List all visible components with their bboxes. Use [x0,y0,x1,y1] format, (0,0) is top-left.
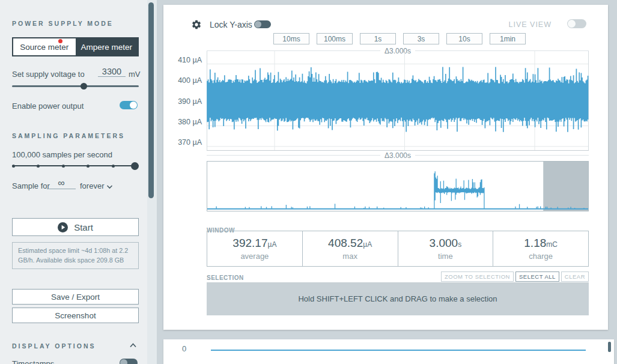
live-view-label: LIVE VIEW [446,20,552,29]
timestamps-label: Timestamps [12,359,54,364]
stat-charge: 1.18mC charge [493,231,588,266]
ampere-meter-label: Ampere meter [81,43,132,52]
voltage-slider[interactable] [12,85,139,87]
stat-value: 1.18 [524,237,546,249]
lock-y-axis-label: Lock Y-axis [210,20,252,29]
toggle-knob [255,21,261,28]
stat-label: average [240,252,269,261]
window-stats-box: 392.17µA average 408.52µA max 3.000s tim… [207,231,589,267]
sampling-parameters-header: SAMPLING PARAMETERS [12,132,125,139]
stat-label: max [342,252,357,261]
display-options-header[interactable]: DISPLAY OPTIONS [12,342,96,350]
selection-buttons: ZOOM TO SELECTION SELECT ALL CLEAR [441,271,589,282]
stat-unit: mC [546,240,558,249]
save-export-label: Save / Export [51,293,100,302]
disk-space-estimate: Estimated space limit ~4d 1:08h at 2.2 G… [12,242,139,269]
sample-unit-value: forever [80,181,104,190]
range-10s-button[interactable]: 10s [446,33,482,44]
play-icon [58,222,68,232]
stat-value: 392.17 [233,237,267,249]
divider [207,155,380,156]
voltage-label: Set supply voltage to [12,70,85,79]
digital-channel-strip: 0 [163,339,614,364]
start-button[interactable]: Start [12,218,139,236]
source-meter-segment[interactable]: Source meter [13,38,76,55]
zoom-to-selection-button[interactable]: ZOOM TO SELECTION [441,271,514,282]
stat-label: time [438,252,453,261]
select-all-button[interactable]: SELECT ALL [515,271,559,282]
gear-icon[interactable] [191,19,202,30]
range-100ms-button[interactable]: 100ms [317,33,353,44]
power-profiler-app: POWER SUPPLY MODE Source meter Ampere me… [0,0,617,364]
delta-time-text: Δ3.000s [384,151,411,160]
slider-step-dot [62,165,65,168]
sidebar: POWER SUPPLY MODE Source meter Ampere me… [0,0,147,364]
save-export-button[interactable]: Save / Export [12,289,139,305]
digital-channel-value: 0 [182,344,186,353]
y-tick-390: 390 µA [163,97,202,106]
enable-power-label: Enable power output [12,102,84,111]
stat-label: charge [529,252,553,261]
stat-time: 3.000s time [398,231,494,266]
start-button-label: Start [74,222,93,232]
live-view-toggle[interactable] [567,19,586,28]
meter-mode-segmented-control: Source meter Ampere meter [12,37,139,56]
range-1min-button[interactable]: 1min [490,33,526,44]
enable-power-toggle[interactable] [120,101,138,109]
y-tick-380: 380 µA [163,118,202,126]
selection-hint-box: Hold SHIFT+LEFT CLICK and DRAG to make a… [207,282,589,315]
timestamps-toggle[interactable] [120,359,138,364]
sample-for-label: Sample for [12,181,50,190]
voltage-unit: mV [129,70,141,79]
sidebar-scrollbar[interactable] [147,0,157,364]
chevron-up-icon[interactable] [129,342,137,348]
minimap-overview-chart[interactable] [207,161,589,211]
toggle-knob [130,102,137,109]
stat-average: 392.17µA average [207,231,303,266]
source-meter-label: Source meter [20,43,68,52]
y-tick-410: 410 µA [163,56,202,64]
stat-unit: µA [363,240,372,249]
sample-rate-label: 100,000 samples per second [12,150,112,159]
time-range-buttons: 10ms 100ms 1s 3s 10s 1min [273,33,526,44]
toggle-knob [120,359,127,364]
lock-y-axis-toggle[interactable] [254,20,271,28]
voltage-slider-thumb[interactable] [81,83,87,89]
window-delta-label-bottom: Δ3.000s [207,151,589,159]
ampere-meter-segment[interactable]: Ampere meter [76,38,138,55]
sample-unit-dropdown[interactable]: forever [80,181,113,190]
recording-dot-icon [58,39,62,43]
main-current-chart[interactable] [207,51,589,151]
stat-unit: µA [267,240,276,249]
screenshot-button[interactable]: Screenshot [12,308,139,323]
range-1s-button[interactable]: 1s [360,33,396,44]
sidebar-scrollbar-thumb[interactable] [148,2,154,198]
sample-duration-input[interactable] [47,178,76,189]
chevron-down-icon [106,184,113,189]
digital-channel-trace [211,350,586,351]
y-tick-370: 370 µA [163,138,202,147]
slider-step-dot [12,165,15,168]
stat-max: 408.52µA max [303,231,398,266]
selection-section-header: SELECTION [207,275,244,281]
toggle-knob [568,20,576,28]
stat-unit: s [458,240,461,249]
sample-rate-slider-thumb[interactable] [131,162,139,170]
range-10ms-button[interactable]: 10ms [273,33,309,44]
divider [415,155,589,156]
slider-step-dot [87,165,90,168]
slider-step-dot [112,165,115,168]
selection-hint-text: Hold SHIFT+LEFT CLICK and DRAG to make a… [298,294,497,303]
power-supply-mode-header: POWER SUPPLY MODE [12,20,114,27]
stat-value: 3.000 [430,237,458,249]
y-tick-400: 400 µA [163,76,202,85]
range-3s-button[interactable]: 3s [403,33,439,44]
chart-card: Lock Y-axis LIVE VIEW 10ms 100ms 1s 3s 1… [163,5,608,330]
stat-value: 408.52 [328,237,363,249]
voltage-input[interactable] [98,67,126,77]
strip-drag-handle-icon[interactable] [608,342,611,352]
slider-step-dot [37,165,40,168]
screenshot-label: Screenshot [55,311,96,320]
clear-selection-button[interactable]: CLEAR [561,271,589,282]
sample-rate-slider[interactable] [12,165,139,166]
